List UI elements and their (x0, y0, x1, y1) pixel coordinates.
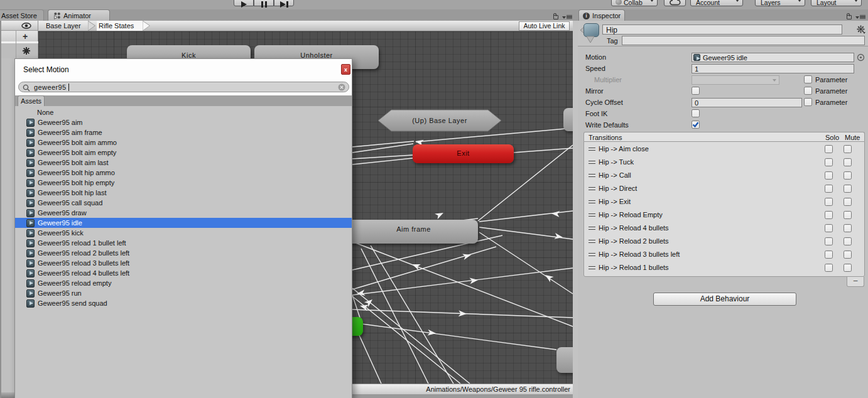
svg-text:(Up) Base Layer: (Up) Base Layer (412, 117, 467, 124)
